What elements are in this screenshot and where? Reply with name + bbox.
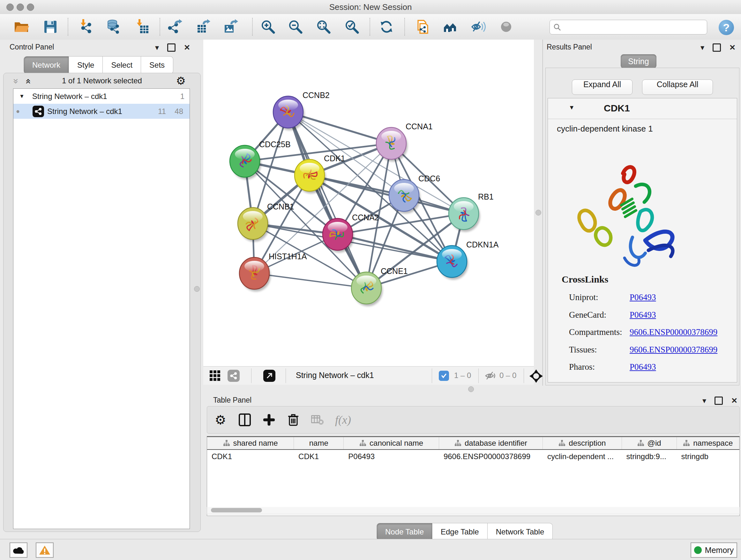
tab-style[interactable]: Style bbox=[69, 56, 103, 74]
crosslink-link[interactable]: 9606.ENSP00000378699 bbox=[630, 327, 718, 337]
edge-CDK1-RB1[interactable] bbox=[310, 175, 464, 213]
cell-canonical-name[interactable]: P06493 bbox=[344, 450, 439, 463]
inactive-sphere-button[interactable] bbox=[496, 17, 516, 37]
node-HIST1H1A[interactable]: HIST1H1A bbox=[239, 252, 307, 292]
birdseye-grid-icon[interactable] bbox=[210, 370, 220, 381]
add-column-icon[interactable] bbox=[260, 407, 278, 433]
cell-description[interactable]: cyclin-dependent ... bbox=[543, 450, 622, 463]
delete-column-icon[interactable] bbox=[284, 407, 302, 433]
cell-database-identifier[interactable]: 9606.ENSP00000378699 bbox=[439, 450, 543, 463]
node-RB1[interactable]: RB1 bbox=[449, 192, 494, 232]
network-tree: ▼ String Network – cdk1 1 ● String Netwo… bbox=[13, 88, 190, 529]
edge-HIST1H1A-CCNE1[interactable] bbox=[254, 273, 366, 288]
show-columns-icon[interactable] bbox=[236, 407, 254, 433]
node-CDK1[interactable]: CDK1 bbox=[294, 154, 345, 193]
protein-header-row[interactable]: ▼ CDK1 bbox=[548, 98, 737, 119]
left-splitter-handle[interactable] bbox=[194, 286, 200, 292]
node-CDKN1A[interactable]: CDKN1A bbox=[437, 240, 499, 280]
tab-edge-table[interactable]: Edge Table bbox=[432, 523, 488, 541]
column-header-namespace[interactable]: namespace bbox=[677, 437, 739, 449]
hidden-eye-icon[interactable] bbox=[485, 371, 496, 381]
export-network-button[interactable] bbox=[165, 17, 185, 37]
column-header-name[interactable]: name bbox=[294, 437, 344, 449]
tab-node-table[interactable]: Node Table bbox=[377, 523, 432, 541]
memory-button[interactable]: Memory bbox=[690, 543, 737, 558]
string-share-icon[interactable] bbox=[227, 370, 240, 382]
zoom-fit-button[interactable] bbox=[314, 17, 333, 37]
tab-network-table[interactable]: Network Table bbox=[488, 523, 553, 541]
tree-row-collection[interactable]: ▼ String Network – cdk1 1 bbox=[13, 89, 190, 104]
float-table-icon[interactable]: ▾ bbox=[702, 397, 706, 405]
column-header-shared-name[interactable]: shared name bbox=[207, 437, 294, 449]
import-table-icon bbox=[135, 19, 150, 35]
collapse-all-button[interactable]: Collapse All bbox=[642, 79, 713, 95]
export-table-button[interactable] bbox=[193, 17, 213, 37]
column-header-@id[interactable]: @id bbox=[622, 437, 677, 449]
table-hscrollbar-thumb[interactable] bbox=[211, 508, 262, 512]
close-results-icon[interactable]: ✕ bbox=[729, 44, 736, 51]
table-row[interactable]: CDK1CDK1P064939606.ENSP00000378699cyclin… bbox=[207, 450, 739, 463]
cell-name[interactable]: CDK1 bbox=[294, 450, 344, 463]
toolbar-separator bbox=[404, 18, 405, 36]
close-table-icon[interactable]: ✕ bbox=[731, 397, 738, 405]
refresh-view-button[interactable] bbox=[377, 17, 396, 37]
houses-button[interactable] bbox=[441, 17, 460, 37]
crosslink-link[interactable]: P06493 bbox=[630, 293, 656, 302]
tab-select[interactable]: Select bbox=[103, 56, 141, 74]
tab-network[interactable]: Network bbox=[23, 56, 69, 74]
maximize-table-icon[interactable] bbox=[715, 396, 723, 405]
collapse-arrow-icon[interactable]: ▼ bbox=[19, 93, 24, 100]
crosslink-link[interactable]: P06493 bbox=[630, 362, 656, 372]
help-button[interactable]: ? bbox=[719, 20, 734, 35]
float-panel-icon[interactable]: ▾ bbox=[155, 44, 159, 51]
zoom-selected-button[interactable] bbox=[342, 17, 362, 37]
zoom-out-button[interactable] bbox=[286, 17, 306, 37]
cell-@id[interactable]: stringdb:9... bbox=[622, 450, 677, 463]
node-CCNB1[interactable]: CCNB1 bbox=[238, 202, 294, 242]
crosslink-link[interactable]: P06493 bbox=[630, 310, 656, 320]
fit-selected-crosshair-icon[interactable] bbox=[529, 369, 543, 383]
warning-button[interactable] bbox=[36, 543, 54, 558]
maximize-results-icon[interactable] bbox=[713, 44, 721, 52]
import-network-button[interactable] bbox=[77, 17, 96, 37]
tab-sets[interactable]: Sets bbox=[141, 56, 173, 74]
edge-CCNB2-CCNE1[interactable] bbox=[288, 112, 366, 288]
collapse-protein-icon[interactable]: ▼ bbox=[569, 104, 575, 111]
maximize-panel-icon[interactable] bbox=[167, 44, 176, 52]
cell-shared-name[interactable]: CDK1 bbox=[207, 450, 294, 463]
vertical-splitter[interactable] bbox=[534, 40, 542, 386]
import-network-database-button[interactable] bbox=[103, 17, 123, 37]
hide-unhide-button[interactable] bbox=[468, 17, 488, 37]
crosslink-link[interactable]: 9606.ENSP00000378699 bbox=[630, 345, 718, 355]
column-header-database-identifier[interactable]: database identifier bbox=[439, 437, 543, 449]
export-image-button[interactable] bbox=[221, 17, 241, 37]
options-gear-icon[interactable]: ⚙ bbox=[176, 74, 186, 87]
copy-documents-button[interactable] bbox=[412, 17, 432, 37]
tab-string[interactable]: String bbox=[621, 54, 657, 68]
column-header-canonical-name[interactable]: canonical name bbox=[344, 437, 439, 449]
delete-table-icon[interactable] bbox=[309, 407, 327, 433]
expand-all-button[interactable]: Expand All bbox=[572, 79, 632, 95]
right-splitter-handle[interactable] bbox=[536, 210, 541, 215]
search-input[interactable] bbox=[564, 22, 707, 32]
selected-checkbox-icon[interactable] bbox=[439, 371, 449, 381]
bottom-splitter-handle[interactable] bbox=[468, 386, 474, 392]
close-panel-icon[interactable]: ✕ bbox=[184, 44, 190, 51]
column-type-icon bbox=[455, 440, 461, 447]
save-session-button[interactable] bbox=[41, 17, 60, 37]
zoom-in-button[interactable] bbox=[258, 17, 278, 37]
cloud-button[interactable] bbox=[10, 543, 27, 558]
column-header-description[interactable]: description bbox=[543, 437, 622, 449]
table-options-gear-icon[interactable]: ⚙ bbox=[212, 407, 229, 433]
horizontal-splitter[interactable] bbox=[203, 385, 741, 393]
open-session-button[interactable] bbox=[11, 17, 31, 37]
import-table-button[interactable] bbox=[133, 17, 152, 37]
network-view[interactable]: CCNB2 CCNA1 CDC25B CDK1 CDC6 R bbox=[203, 40, 534, 366]
function-builder-icon[interactable]: f(x) bbox=[330, 407, 356, 433]
node-CDC6[interactable]: CDC6 bbox=[389, 174, 440, 213]
detach-view-icon[interactable] bbox=[263, 370, 275, 382]
cell-namespace[interactable]: stringdb bbox=[677, 450, 739, 463]
houses-icon bbox=[443, 19, 458, 35]
tree-row-network[interactable]: ● String Network – cdk1 11 48 bbox=[13, 104, 190, 119]
float-results-icon[interactable]: ▾ bbox=[700, 44, 704, 51]
